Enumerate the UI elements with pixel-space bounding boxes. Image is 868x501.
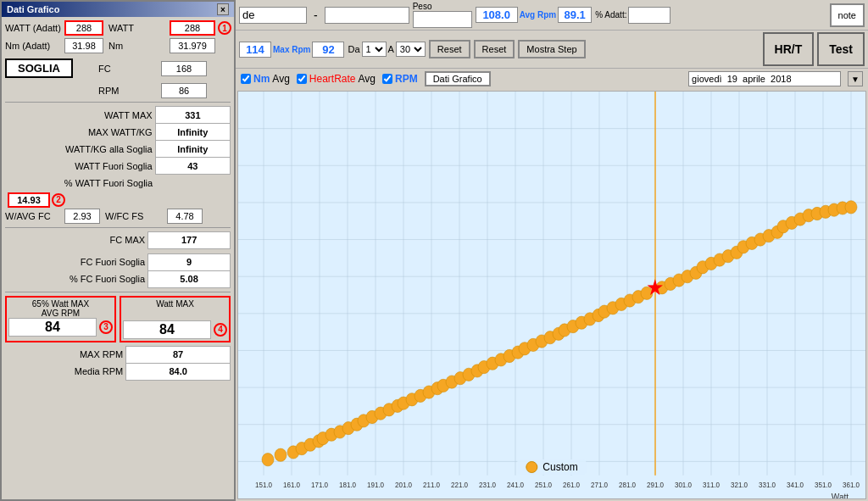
svg-point-35 bbox=[275, 448, 287, 461]
chart-svg: ★ 151.0 161.0 171.0 181.0 191.0 201.0 21… bbox=[238, 92, 865, 498]
badge-2: 2 bbox=[52, 193, 65, 207]
svg-text:311.0: 311.0 bbox=[703, 481, 720, 489]
mode-input[interactable] bbox=[239, 7, 307, 24]
nm-adatt-input[interactable] bbox=[64, 38, 103, 53]
fc-input[interactable] bbox=[161, 61, 207, 76]
watt-max-row: WATT MAX 331 bbox=[5, 107, 231, 124]
panel-titlebar: Dati Grafico × bbox=[2, 2, 234, 17]
w-avg-fc-row: W/AVG FC W/FC FS bbox=[5, 209, 231, 224]
pct-watt-fuori-row: % WATT Fuori Soglia 14.93 2 bbox=[5, 175, 231, 209]
nm-checkbox[interactable] bbox=[241, 74, 251, 84]
watt-kg-soglia-value: Infinity bbox=[155, 141, 230, 158]
pct-fc-fuori-row: % FC Fuori Soglia 5.08 bbox=[5, 270, 231, 287]
soglia-button[interactable]: SOGLIA bbox=[5, 58, 73, 78]
badge-3: 3 bbox=[99, 320, 113, 334]
peso-label: Peso bbox=[413, 2, 472, 11]
watt-max-value: 331 bbox=[155, 107, 230, 124]
rpm-section: 65% Watt MAX AVG RPM 84 3 Watt MAX 84 4 bbox=[5, 296, 231, 342]
nm-adatt-row: Nm (Adatt) Nm bbox=[5, 38, 231, 53]
fc-max-label: FC MAX bbox=[5, 231, 148, 248]
nm-legend-label: Nm bbox=[253, 73, 270, 85]
watt-input[interactable] bbox=[170, 20, 215, 36]
media-rpm-row: Media RPM 84.0 bbox=[5, 363, 231, 380]
pct-adatt-input[interactable] bbox=[628, 7, 670, 24]
avg-rpm-box: 65% Watt MAX AVG RPM 84 3 bbox=[5, 296, 116, 342]
max-watt-kg-value: Infinity bbox=[155, 124, 230, 141]
w-avg-fc-label: W/AVG FC bbox=[5, 211, 64, 221]
watt-adatt-row: WATT (Adatt) WATT 1 bbox=[5, 20, 231, 36]
star-marker: ★ bbox=[646, 275, 664, 299]
pct-fc-fuori-value: 5.08 bbox=[148, 270, 231, 287]
fc-stats-table: FC MAX 177 FC Fuori Soglia 9 % FC Fuori … bbox=[5, 231, 231, 288]
badge-4: 4 bbox=[214, 323, 227, 337]
svg-text:241.0: 241.0 bbox=[507, 481, 524, 489]
w-avg-fc-input[interactable] bbox=[64, 209, 100, 224]
heartrate-legend-label: HeartRate bbox=[309, 73, 356, 85]
mostra-step-button[interactable]: Mostra Step bbox=[518, 40, 585, 58]
max-watt-kg-label: MAX WATT/KG bbox=[5, 124, 155, 141]
nm-input[interactable] bbox=[170, 38, 215, 53]
panel-close-button[interactable]: × bbox=[217, 3, 229, 15]
fc-fuori-soglia-label: FC Fuori Soglia bbox=[5, 253, 148, 270]
nm-label: Nm bbox=[108, 41, 168, 51]
pct-adatt-label: % Adatt: bbox=[595, 10, 626, 19]
svg-text:181.0: 181.0 bbox=[339, 481, 356, 489]
calendar-button[interactable]: ▼ bbox=[848, 71, 863, 86]
da-label: Da bbox=[348, 44, 359, 54]
svg-text:171.0: 171.0 bbox=[311, 481, 328, 489]
rpm-legend-item: RPM bbox=[382, 73, 418, 85]
nm-adatt-label: Nm (Adatt) bbox=[5, 41, 64, 51]
panel-title: Dati Grafico bbox=[7, 4, 59, 14]
name-input[interactable] bbox=[325, 7, 409, 24]
bottom-legend: Custom bbox=[517, 459, 586, 475]
rpm-input[interactable] bbox=[161, 83, 207, 98]
a-select[interactable]: 30 bbox=[396, 42, 426, 57]
rpm-label: RPM bbox=[98, 86, 158, 96]
rpm-extra-table: MAX RPM 87 Media RPM 84.0 bbox=[5, 346, 231, 381]
max-watt-kg-row: MAX WATT/KG Infinity bbox=[5, 124, 231, 141]
note-button[interactable]: note bbox=[830, 3, 865, 27]
watt-fuori-soglia-label: WATT Fuori Soglia bbox=[5, 158, 155, 175]
svg-text:271.0: 271.0 bbox=[591, 481, 608, 489]
fc-max-row: FC MAX 177 bbox=[5, 231, 231, 248]
max-rpm-row: MAX RPM 87 bbox=[5, 346, 231, 363]
da-select[interactable]: 1 bbox=[362, 42, 387, 57]
hr-t-button[interactable]: HR/T bbox=[763, 32, 815, 66]
svg-text:231.0: 231.0 bbox=[479, 481, 496, 489]
watt-label: WATT bbox=[108, 23, 168, 33]
fc-fuori-soglia-value: 9 bbox=[148, 253, 231, 270]
date-input[interactable] bbox=[688, 71, 841, 86]
stats-table: WATT MAX 331 MAX WATT/KG Infinity WATT/K… bbox=[5, 106, 231, 209]
watt-fuori-soglia-row: WATT Fuori Soglia 43 bbox=[5, 158, 231, 175]
reset-button-1[interactable]: Reset bbox=[429, 40, 470, 58]
legend-dot bbox=[526, 461, 537, 473]
separator: - bbox=[310, 8, 321, 22]
svg-text:161.0: 161.0 bbox=[283, 481, 300, 489]
badge-1: 1 bbox=[218, 21, 231, 35]
avg-legend-label: Avg bbox=[272, 73, 289, 85]
avg-rpm-display1: 108.0 bbox=[476, 7, 518, 23]
watt-kg-soglia-label: WATT/KG alla Soglia bbox=[5, 141, 155, 158]
avg-rpm-value: 84 bbox=[8, 318, 97, 337]
media-rpm-value: 84.0 bbox=[126, 363, 231, 380]
heartrate-checkbox[interactable] bbox=[297, 74, 307, 84]
svg-text:281.0: 281.0 bbox=[619, 481, 636, 489]
svg-point-104 bbox=[845, 201, 857, 214]
watt-adatt-input[interactable] bbox=[64, 20, 103, 36]
test-button[interactable]: Test bbox=[817, 32, 865, 66]
peso-input[interactable] bbox=[413, 11, 472, 28]
svg-text:361.0: 361.0 bbox=[843, 481, 860, 489]
max-rpm-value: 87 bbox=[126, 346, 231, 363]
reset-button-2[interactable]: Reset bbox=[474, 40, 515, 58]
svg-text:291.0: 291.0 bbox=[647, 481, 664, 489]
dati-grafico-panel: Dati Grafico × WATT (Adatt) WATT 1 Nm (A… bbox=[0, 0, 236, 501]
dati-grafico-button[interactable]: Dati Grafico bbox=[425, 71, 491, 86]
w-fc-fs-input[interactable] bbox=[167, 209, 203, 224]
rpm-checkbox[interactable] bbox=[382, 74, 392, 84]
da-a-section: Da 1 A 30 bbox=[348, 42, 425, 57]
fc-fuori-soglia-row: FC Fuori Soglia 9 bbox=[5, 253, 231, 270]
watt-adatt-label: WATT (Adatt) bbox=[5, 23, 64, 33]
max-rpm-label-toolbar: Max Rpm bbox=[273, 45, 310, 54]
svg-text:331.0: 331.0 bbox=[759, 481, 776, 489]
svg-text:301.0: 301.0 bbox=[675, 481, 692, 489]
